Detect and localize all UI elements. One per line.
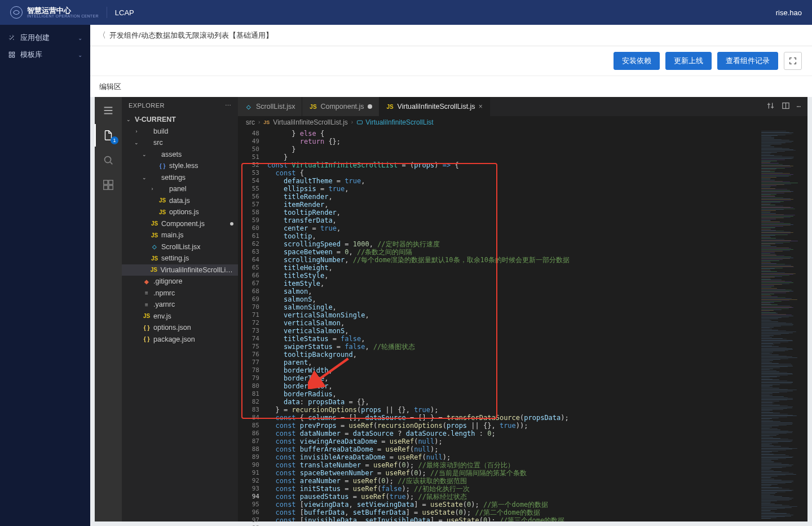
nav-item-create-app[interactable]: 应用创建 ⌄ [0,29,90,46]
header-divider [107,7,107,18]
tab-actions: ⋯ [760,97,807,116]
back-icon[interactable]: 〈 [98,30,106,41]
explorer-title: EXPLORER [129,102,165,109]
file-name: options.json [153,324,191,331]
txt-icon: ≡ [143,300,151,308]
crumb-file[interactable]: VirtualiInfiniteScrollList.js [273,118,348,126]
tree-row[interactable]: JSenv.js [122,311,238,322]
tree-row[interactable]: ⌄settings [122,172,238,184]
tree-row[interactable]: JSComponent.js [122,218,238,230]
activity-bar: 1 [95,97,122,521]
expand-icon[interactable] [784,52,802,70]
file-name: package.json [153,335,195,343]
nav-item-template-lib[interactable]: 模板库 ⌄ [0,46,90,63]
primary-nav: 应用创建 ⌄ 模板库 ⌄ [0,25,90,526]
js-icon: JS [143,312,151,320]
file-name: .npmrc [153,289,175,297]
explorer-badge: 1 [111,136,118,144]
tree-row[interactable]: JSVirtualiInfiniteScrollList.js [122,264,238,276]
file-name: assets [161,151,182,158]
editor-tab[interactable]: ◇ScrollList.jsx [238,97,302,116]
js-icon: JS [151,231,158,239]
json-icon: { } [143,324,151,331]
close-tab-icon[interactable]: × [479,103,483,110]
nav-item-label: 模板库 [20,50,42,60]
svg-rect-5 [104,180,108,184]
tree-row[interactable]: ≡.yarnrc [122,299,238,311]
code-content[interactable]: } else { return {}; } }const VirtualiInf… [265,129,758,521]
chevron-down-icon: ⌄ [78,52,82,58]
brand-name-en: INTELLIGENT OPERATION CENTER [27,14,99,18]
js-icon: JS [150,266,157,274]
editor-breadcrumbs[interactable]: src › JS VirtualiInfiniteScrollList.js ›… [238,116,807,129]
svg-rect-3 [12,55,15,58]
js-file-icon: JS [263,120,270,125]
more-tabs-icon[interactable]: ⋯ [797,103,801,110]
tree-row[interactable]: { }package.json [122,334,238,346]
more-icon[interactable]: ⋯ [225,102,232,109]
minimap[interactable] [758,129,807,521]
tree-row[interactable]: ≡.npmrc [122,288,238,299]
folder-icon [143,127,151,135]
file-name: setting.js [161,254,189,262]
tree-row[interactable]: JSmain.js [122,229,238,241]
view-history-button[interactable]: 查看组件记录 [717,52,778,70]
file-name: panel [169,185,187,193]
brand-logo-icon [10,6,23,19]
app-header: 智慧运营中心 INTELLIGENT OPERATION CENTER LCAP… [0,0,812,25]
folder-icon [143,139,151,147]
svg-rect-6 [109,180,113,184]
tree-row[interactable]: JSdata.js [122,195,238,207]
folder-icon [151,174,158,182]
editor-body[interactable]: 4849505152535455565758596061626364656667… [238,129,807,521]
svg-rect-7 [104,185,108,189]
tree-root[interactable]: ⌄ V-CURRENT [122,114,238,126]
file-name: VirtualiInfiniteScrollList.js [160,266,233,274]
less-icon: { } [158,162,166,170]
tree-row[interactable]: ›build [122,126,238,138]
file-name: main.js [161,231,184,239]
tree-row[interactable]: ›panel [122,183,238,195]
json-icon: { } [143,335,151,343]
editor-tab[interactable]: JSVirtualiInfiniteScrollList.js× [379,97,490,116]
brand: 智慧运营中心 INTELLIGENT OPERATION CENTER [10,6,99,19]
install-deps-button[interactable]: 安装依赖 [614,52,660,70]
section-title: 编辑区 [90,76,812,97]
file-name: settings [161,174,186,182]
tree-row[interactable]: ⌄src [122,137,238,149]
brand-name-cn: 智慧运营中心 [27,7,99,14]
svg-rect-0 [9,52,11,54]
tree-row[interactable]: JSsetting.js [122,253,238,264]
explorer-icon[interactable]: 1 [95,124,122,147]
file-tree: ⌄ V-CURRENT ›build⌄src⌄assets{ }style.le… [122,114,238,521]
user-name[interactable]: rise.hao [776,8,802,17]
jsx-icon: ◇ [245,103,253,110]
split-editor-icon[interactable] [782,101,790,112]
file-name: options.js [169,208,199,216]
tree-row[interactable]: ⌄assets [122,149,238,161]
extensions-icon[interactable] [95,174,122,196]
js-icon: JS [386,103,394,110]
git-icon: ◆ [143,277,151,285]
js-icon: JS [151,220,158,228]
tree-row[interactable]: ◆.gitignore [122,276,238,288]
code-editor: 1 EXPLORER ⋯ ⌄ V-CURRENT ›build⌄src⌄asse… [95,97,807,521]
compare-icon[interactable] [766,101,775,112]
app-name: LCAP [115,8,134,17]
menu-icon[interactable] [95,99,122,122]
tree-row[interactable]: { }style.less [122,160,238,172]
editor-tab[interactable]: JSComponent.js [302,97,379,116]
explorer-panel: EXPLORER ⋯ ⌄ V-CURRENT ›build⌄src⌄assets… [122,97,238,521]
file-name: Component.js [161,220,205,228]
file-name: build [153,127,168,135]
breadcrumb-text[interactable]: 开发组件/动态数据加载无限滚动列表【基础通用】 [109,30,273,41]
tree-row[interactable]: JSoptions.js [122,206,238,218]
search-icon[interactable] [95,149,122,171]
crumb-symbol[interactable]: VirtualiInfiniteScrollList [356,118,434,126]
folder-icon [151,151,158,158]
dirty-dot-icon [368,104,372,109]
crumb-folder[interactable]: src [246,118,255,126]
tree-row[interactable]: { }options.json [122,322,238,334]
tree-row[interactable]: ◇ScrollList.jsx [122,241,238,253]
publish-button[interactable]: 更新上线 [665,52,712,70]
